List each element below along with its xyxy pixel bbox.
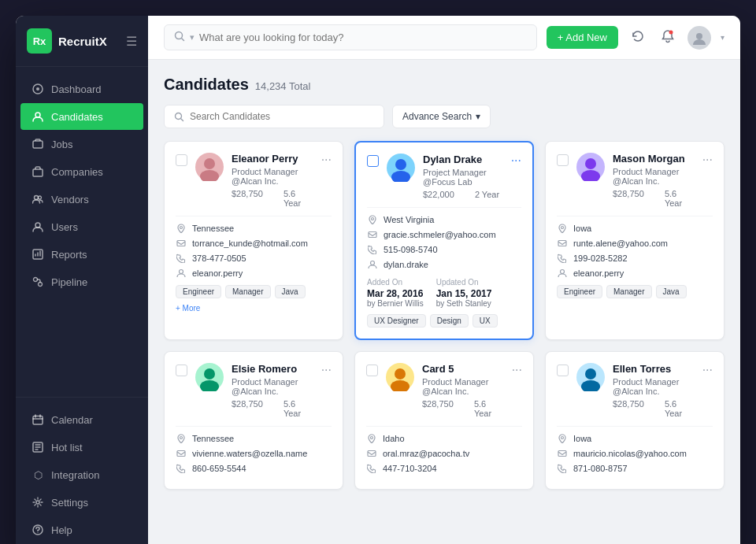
advance-search-button[interactable]: Advance Search ▾ [392,105,491,128]
card-checkbox[interactable] [367,155,379,167]
header: ▾ + Add New ▾ [148,16,740,60]
candidate-count: 14,234 Total [255,80,311,92]
pipeline-icon [32,276,44,288]
svg-point-25 [395,159,406,170]
card-details: Iowa runte.alene@yahoo.com [557,216,713,298]
username-icon [176,268,187,279]
card-info: Dylan Drake Project Manager @Focus Lab $… [423,154,503,199]
candidate-card-elsie-romero[interactable]: Elsie Romero Product Manager @Alcan Inc.… [164,351,343,490]
card-more-button[interactable]: ··· [321,153,332,167]
card-checkbox[interactable] [557,365,569,376]
avatar [195,363,224,391]
username-text: eleanor.perry [192,268,243,278]
location-row: Tennessee [176,223,332,234]
email-icon [176,448,187,459]
card-more-button[interactable]: ··· [321,363,332,377]
card-checkbox[interactable] [176,365,187,376]
tags-container: Engineer Manager Java [557,285,713,298]
sidebar-item-integration[interactable]: ⬡ Integration [20,461,143,488]
phone-row: 447-710-3204 [366,463,522,474]
sidebar-item-settings[interactable]: Settings [20,489,143,516]
global-search-input[interactable] [199,31,527,43]
candidate-card-mason-morgan[interactable]: Mason Morgan Product Manager @Alcan Inc.… [545,141,724,340]
sidebar: Rx RecruitX ☰ Dashboard Candidates [16,16,148,544]
email-text: vivienne.waters@ozella.name [192,449,307,458]
card-checkbox[interactable] [366,365,378,376]
sidebar-item-candidates[interactable]: Candidates [20,103,143,130]
sidebar-item-label: Users [51,221,78,233]
svg-point-34 [561,269,565,273]
sidebar-item-label: Integration [51,469,99,481]
phone-icon [557,463,568,474]
candidate-card-eleanor-perry[interactable]: Eleanor Perry Product Manager @Alcan Inc… [164,141,343,340]
sidebar-item-dashboard[interactable]: Dashboard [20,76,143,102]
card-more-button[interactable]: ··· [702,153,713,167]
sidebar-item-label: Jobs [51,139,72,150]
svg-rect-4 [33,169,43,176]
tag: Manager [225,285,270,298]
tag: Manager [606,285,651,298]
svg-point-43 [585,368,596,379]
more-tags-link[interactable]: + More [176,302,200,314]
sidebar-item-calendar[interactable]: Calendar [20,406,143,433]
candidate-role: Product Manager @Alcan Inc. [232,377,313,396]
phone-row: 860-659-5544 [176,463,332,474]
reports-icon [32,248,44,261]
sidebar-item-jobs[interactable]: Jobs [20,131,143,157]
email-text: gracie.schmeler@yahoo.com [384,230,496,239]
location-icon [366,433,377,444]
tag: Engineer [176,285,221,298]
sidebar-item-hotlist[interactable]: Hot list [20,434,143,461]
svg-rect-11 [33,416,43,425]
card-checkbox[interactable] [557,154,569,166]
candidate-card-ellen-torres[interactable]: Ellen Torres Product Manager @Alcan Inc.… [545,351,724,490]
candidate-search-icon [174,112,184,122]
avatar [386,363,414,391]
tag: UX Designer [367,314,426,328]
dashboard-icon [32,83,44,95]
sidebar-item-label: Vendors [51,194,89,205]
username-row: dylan.drake [367,259,521,270]
candidates-grid: Eleanor Perry Product Manager @Alcan Inc… [164,141,724,490]
candidate-role: Product Manager @Alcan Inc. [613,377,695,396]
card-more-button[interactable]: ··· [702,363,713,377]
settings-icon [32,496,44,509]
sidebar-item-help[interactable]: Help [20,516,143,543]
sidebar-item-pipeline[interactable]: Pipeline [20,268,143,295]
location-row: Idaho [366,433,522,444]
main-content: ▾ + Add New ▾ Candidates 14, [148,16,740,544]
history-icon[interactable] [628,26,648,50]
card-more-button[interactable]: ··· [512,363,522,377]
phone-text: 378-477-0505 [192,253,246,263]
global-search-bar[interactable]: ▾ [164,24,537,50]
candidate-card-5[interactable]: Card 5 Product Manager @Alcan Inc. $28,7… [354,351,534,490]
candidate-stats: $28,750 5.6 Year [232,399,313,418]
candidate-card-dylan-drake[interactable]: Dylan Drake Project Manager @Focus Lab $… [354,141,534,340]
sidebar-item-vendors[interactable]: Vendors [20,186,143,213]
card-more-button[interactable]: ··· [511,154,521,168]
user-avatar[interactable] [687,26,711,50]
user-dropdown-icon[interactable]: ▾ [721,33,724,42]
hamburger-icon[interactable]: ☰ [126,34,137,49]
phone-row: 871-080-8757 [557,463,713,474]
notifications-icon[interactable] [658,26,678,50]
sidebar-item-reports[interactable]: Reports [20,241,143,268]
logo-icon: Rx [27,28,52,54]
candidate-search-bar[interactable] [164,105,384,128]
card-checkbox[interactable] [176,154,187,166]
svg-point-32 [561,226,564,228]
add-new-button[interactable]: + Add New [547,26,618,49]
sidebar-item-users[interactable]: Users [20,213,143,240]
search-type-dropdown[interactable]: ▾ [190,32,195,43]
candidate-stats: $28,750 5.6 Year [613,399,695,418]
header-actions: + Add New ▾ [547,26,724,50]
svg-point-15 [38,532,39,533]
location-row: Iowa [557,433,713,444]
candidate-search-input[interactable] [190,111,308,122]
candidate-name: Ellen Torres [613,363,695,376]
email-icon [366,448,377,459]
sidebar-item-companies[interactable]: Companies [20,158,143,185]
tags-container: UX Designer Design UX [367,314,521,328]
svg-point-37 [180,436,183,439]
phone-text: 447-710-3204 [383,464,437,473]
